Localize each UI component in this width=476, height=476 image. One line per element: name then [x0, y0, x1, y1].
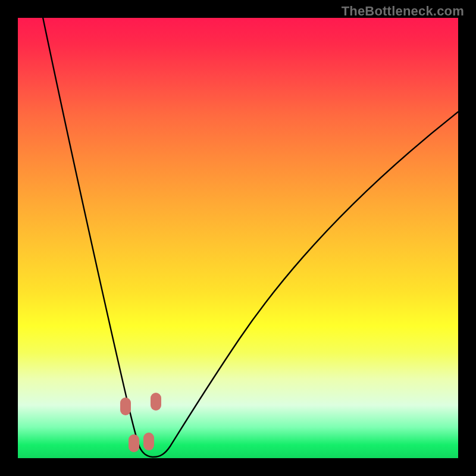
bottleneck-curve — [18, 18, 458, 458]
curve-path — [40, 18, 458, 457]
watermark-text: TheBottleneck.com — [342, 4, 464, 19]
curve-marker — [129, 434, 139, 452]
curve-marker — [151, 393, 161, 411]
curve-marker — [120, 397, 131, 415]
curve-marker — [143, 433, 154, 450]
chart-plot-area — [18, 18, 458, 458]
